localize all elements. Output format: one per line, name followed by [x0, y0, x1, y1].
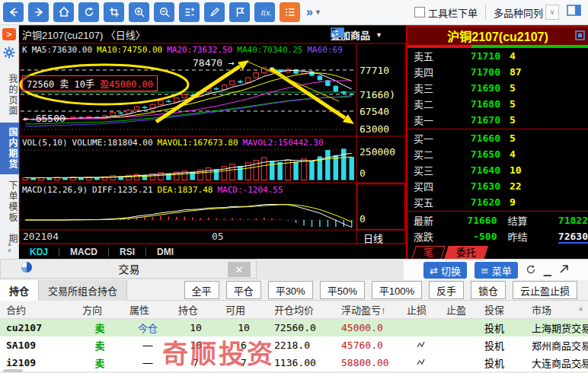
sidebar-nav: 我的页面国内期货下单模板期: [0, 68, 19, 250]
sidebar-expand-button[interactable]: >: [2, 28, 16, 40]
action-button-反手[interactable]: 反手: [429, 281, 464, 299]
bid-row[interactable]: 买二716504: [407, 146, 588, 162]
col-header[interactable]: 可用: [219, 302, 268, 317]
trade-window-titlebar[interactable]: 交易 ✕: [0, 259, 257, 279]
zoom-out-button[interactable]: [154, 2, 174, 22]
bid-row[interactable]: 买四7163022: [407, 178, 588, 194]
tab-macd[interactable]: MACD: [59, 247, 108, 257]
horizontal-scrollbar[interactable]: [3, 369, 23, 372]
level-qty: 5: [500, 82, 516, 94]
position-row-cu2107[interactable]: cu2107卖今仓101072560.045000.0投机上海期货交易: [0, 319, 588, 336]
cell-投保: 投机: [478, 338, 526, 352]
position-tab-持仓[interactable]: 持仓: [0, 280, 39, 301]
position-row-i2109[interactable]: i2109卖—771136.0058800.00投机大连商品交易所: [0, 354, 588, 371]
level-qty: 87: [500, 66, 522, 78]
sidebar-item-下单模板[interactable]: 下单模板: [0, 176, 19, 228]
table-header: 合约方向属性持仓可用开仓均价浮动盈亏↑止损止盈投保市场: [0, 301, 588, 319]
positions-table: 合约方向属性持仓可用开仓均价浮动盈亏↑止损止盈投保市场 cu2107卖今仓101…: [0, 301, 588, 371]
bid-row[interactable]: 买三7164010: [407, 162, 588, 178]
ask-row[interactable]: 卖五717104: [407, 48, 588, 64]
ask-row[interactable]: 卖四7170087: [407, 64, 588, 80]
crop-button[interactable]: [104, 2, 124, 22]
refresh-icon: [83, 6, 95, 18]
col-header[interactable]: 浮动盈亏↑: [335, 302, 401, 317]
cell-市场: 郑州商品交易所: [526, 338, 588, 352]
ask-row[interactable]: 卖三716905: [407, 80, 588, 96]
col-header[interactable]: 方向: [76, 302, 123, 317]
chevron-down-icon[interactable]: [315, 8, 321, 16]
toolbar-overflow-button[interactable]: »: [306, 5, 313, 19]
bid-row[interactable]: 买五716209: [407, 194, 588, 210]
split-view-icon[interactable]: [567, 4, 582, 21]
action-button-锁仓[interactable]: 锁仓: [471, 281, 506, 299]
zoom-in-button[interactable]: [129, 2, 149, 22]
level-price: 71700: [446, 66, 500, 78]
action-button-全平[interactable]: 全平: [184, 281, 219, 299]
position-row-SA109[interactable]: SA109卖—1062218.045760.0投机郑州商品交易所: [0, 336, 588, 354]
axis-label: 0: [360, 167, 366, 179]
draw-button[interactable]: [204, 2, 225, 22]
col-header[interactable]: 持仓: [172, 302, 219, 317]
cell-浮动盈亏↑: 45000.0: [335, 322, 401, 333]
col-header[interactable]: 合约: [0, 302, 76, 317]
action-button-平仓[interactable]: 平仓: [226, 281, 261, 299]
level-price: 71650: [446, 148, 500, 160]
quote-tab-笔[interactable]: 笔: [411, 246, 446, 260]
action-button-平30%[interactable]: 平30%: [268, 281, 313, 299]
action-button-平100%[interactable]: 平100%: [372, 281, 422, 299]
refresh-icon[interactable]: [526, 264, 536, 277]
formula-button[interactable]: f(x): [254, 2, 275, 22]
expand-icon[interactable]: [559, 264, 569, 276]
tab-rsi[interactable]: RSI: [109, 247, 145, 257]
col-header[interactable]: 属性: [123, 302, 172, 317]
gear-icon[interactable]: [3, 46, 15, 62]
sidebar-item-我的页面[interactable]: 我的页面: [0, 69, 19, 121]
flag-button[interactable]: [229, 2, 250, 22]
ask-row[interactable]: 卖二716805: [407, 96, 588, 112]
forward-icon: [33, 6, 45, 18]
menu-button[interactable]: ≡菜单: [475, 262, 518, 279]
sidebar-scroll-arrows[interactable]: ▲▼: [0, 241, 19, 254]
cell-属性: 今仓: [123, 320, 172, 335]
forward-button[interactable]: [28, 2, 49, 22]
toolbar-order-checkbox[interactable]: [414, 7, 425, 18]
popout-icon[interactable]: [575, 30, 585, 43]
indicator-settings-button[interactable]: [179, 2, 200, 22]
chevron-down-icon[interactable]: [375, 31, 382, 39]
level-price: 71670: [446, 114, 500, 126]
col-header[interactable]: 投保: [478, 302, 526, 317]
chart-titlebar: 沪铜2107(cu2107) 〈日线〉 叠加商品: [19, 25, 406, 43]
refresh-button[interactable]: [78, 2, 99, 22]
tab-dmi[interactable]: DMI: [146, 247, 184, 257]
position-tab-交易所组合持仓[interactable]: 交易所组合持仓: [39, 280, 127, 301]
col-header[interactable]: 止损: [401, 302, 440, 317]
quote-tab-委托[interactable]: 委托: [444, 246, 488, 260]
indicator-settings-icon: [184, 6, 196, 18]
back-button[interactable]: [3, 2, 24, 22]
level-label: 买二: [407, 147, 446, 161]
minimize-icon[interactable]: ▁: [544, 265, 551, 276]
cell-可用: 6: [219, 340, 268, 351]
col-header[interactable]: 开仓均价: [268, 302, 335, 317]
action-button-平50%[interactable]: 平50%: [320, 281, 365, 299]
level-label: 卖二: [407, 97, 446, 111]
swap-icon: ⇄: [430, 265, 438, 276]
buy-sell-ratio-bar: [407, 45, 588, 48]
switch-button[interactable]: ⇄切换: [423, 262, 467, 279]
close-icon[interactable]: ✕: [228, 262, 251, 277]
multi-symbol-dropdown[interactable]: 多品种同列: [494, 5, 543, 20]
tab-kdj[interactable]: KDJ: [19, 247, 59, 257]
ask-row[interactable]: 卖一716705: [407, 112, 588, 128]
crop-icon: [108, 6, 120, 18]
home-button[interactable]: [53, 2, 74, 22]
axis-label: 63000: [360, 123, 389, 135]
col-header[interactable]: 止盈: [440, 302, 478, 317]
scroll-up-icon[interactable]: ▲: [577, 304, 584, 312]
sidebar-item-国内期货[interactable]: 国内期货: [0, 123, 19, 174]
action-button-云止盈止损[interactable]: 云止盈止损: [513, 281, 577, 299]
high-price-annotation: 78470 →: [193, 57, 235, 69]
bid-row[interactable]: 买一716605: [407, 130, 588, 146]
quote-list-button[interactable]: [280, 2, 300, 22]
scroll-down-icon[interactable]: ▼: [577, 362, 584, 370]
dropdown-caret-icon[interactable]: [545, 5, 559, 20]
